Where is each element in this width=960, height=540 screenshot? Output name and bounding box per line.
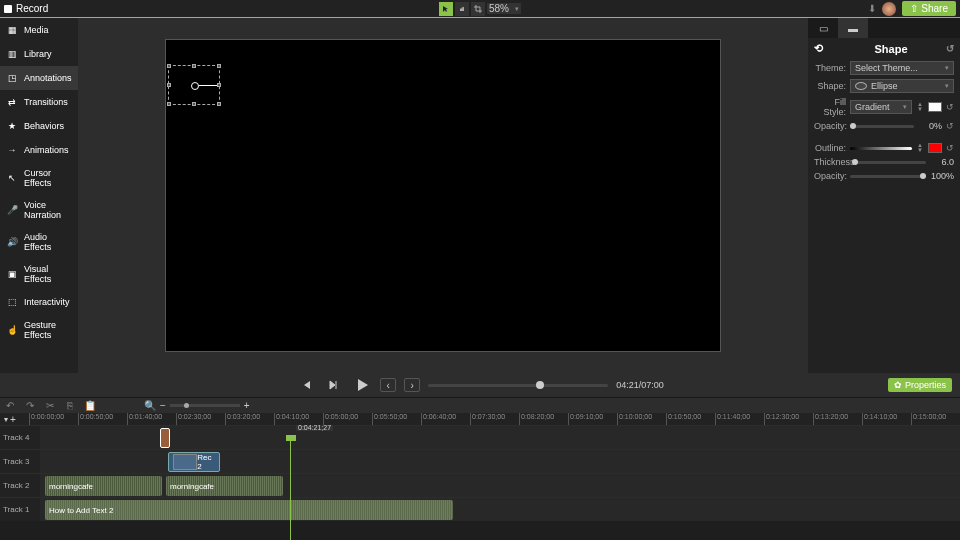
clip-shape[interactable] bbox=[160, 428, 170, 448]
record-button[interactable]: Record bbox=[4, 3, 48, 14]
sidebar-item-media[interactable]: ▦Media bbox=[0, 18, 78, 42]
resize-handle[interactable] bbox=[217, 64, 221, 68]
ruler-tick: 0:05:00;00 bbox=[323, 413, 372, 425]
fill-stepper[interactable]: ▲▼ bbox=[916, 102, 924, 112]
minus-icon[interactable]: − bbox=[160, 400, 166, 411]
sidebar-item-animations[interactable]: →Animations bbox=[0, 138, 78, 162]
cut-button[interactable]: ✂ bbox=[44, 400, 56, 412]
scrub-thumb[interactable] bbox=[536, 381, 544, 389]
ruler-tick: 0:13:20;00 bbox=[813, 413, 862, 425]
share-icon: ⇧ bbox=[910, 3, 918, 14]
redo-button[interactable]: ↷ bbox=[24, 400, 36, 412]
resize-handle[interactable] bbox=[167, 64, 171, 68]
outline-opacity-slider[interactable] bbox=[850, 175, 926, 178]
resize-handle[interactable] bbox=[167, 102, 171, 106]
thickness-slider[interactable] bbox=[850, 161, 926, 164]
crop-tool[interactable] bbox=[471, 2, 485, 16]
gesture-icon: ☝ bbox=[6, 324, 18, 336]
reset-fill[interactable]: ↺ bbox=[946, 102, 954, 112]
reset-icon[interactable]: ↺ bbox=[946, 43, 954, 54]
track-label[interactable]: Track 4 bbox=[0, 426, 40, 449]
shape-selection[interactable] bbox=[168, 65, 220, 105]
fill-select[interactable]: Gradient bbox=[850, 100, 912, 114]
link-icon[interactable]: ⟲ bbox=[814, 42, 828, 55]
library-icon: ▥ bbox=[6, 48, 18, 60]
properties-button[interactable]: ✿Properties bbox=[888, 378, 952, 392]
fill-label: Fill Style: bbox=[814, 97, 846, 117]
add-track-button[interactable]: + bbox=[10, 414, 16, 425]
sidebar-item-gesture-effects[interactable]: ☝Gesture Effects bbox=[0, 314, 78, 346]
sidebar-item-visual-effects[interactable]: ▣Visual Effects bbox=[0, 258, 78, 290]
reset-opacity[interactable]: ↺ bbox=[946, 121, 954, 131]
scrubber[interactable] bbox=[428, 384, 608, 387]
sidebar-item-audio-effects[interactable]: 🔊Audio Effects bbox=[0, 226, 78, 258]
sidebar-item-interactivity[interactable]: ⬚Interactivity bbox=[0, 290, 78, 314]
sidebar-item-voice-narration[interactable]: 🎤Voice Narration bbox=[0, 194, 78, 226]
ellipse-shape[interactable] bbox=[191, 82, 199, 90]
fill-color-swatch[interactable] bbox=[928, 102, 942, 112]
timeline-ruler[interactable]: 0:00:00;000:00:50;000:01:40;000:02:30;00… bbox=[29, 413, 960, 425]
step-forward-button[interactable]: › bbox=[404, 378, 420, 392]
thickness-label: Thickness: bbox=[814, 157, 846, 167]
clip-recording[interactable]: Rec 2 bbox=[168, 452, 220, 472]
sidebar-item-annotations[interactable]: ◳Annotations bbox=[0, 66, 78, 90]
sidebar-item-cursor-effects[interactable]: ↖Cursor Effects bbox=[0, 162, 78, 194]
step-back-button[interactable]: ‹ bbox=[380, 378, 396, 392]
playhead-marker[interactable] bbox=[286, 435, 296, 441]
resize-handle[interactable] bbox=[192, 102, 196, 106]
plus-icon[interactable]: + bbox=[244, 400, 250, 411]
clip-audio[interactable]: morningcafe bbox=[45, 476, 162, 496]
reset-outline[interactable]: ↺ bbox=[946, 143, 954, 153]
share-button[interactable]: ⇧ Share bbox=[902, 1, 956, 16]
ruler-tick: 0:12:30;00 bbox=[764, 413, 813, 425]
sidebar: ▦Media ▥Library ◳Annotations ⇄Transition… bbox=[0, 18, 78, 373]
paste-button[interactable]: 📋 bbox=[84, 400, 96, 412]
track-content[interactable] bbox=[40, 426, 960, 449]
download-icon[interactable]: ⬇ bbox=[868, 3, 876, 14]
tab-video-props[interactable]: ▭ bbox=[808, 18, 838, 38]
playhead-line[interactable] bbox=[290, 435, 291, 540]
copy-button[interactable]: ⎘ bbox=[64, 400, 76, 412]
outline-stepper[interactable]: ▲▼ bbox=[916, 143, 924, 153]
resize-handle[interactable] bbox=[217, 102, 221, 106]
outline-slider[interactable] bbox=[850, 147, 912, 150]
zoom-out-button[interactable]: 🔍 bbox=[144, 400, 156, 412]
hand-tool[interactable] bbox=[455, 2, 469, 16]
avatar[interactable] bbox=[882, 2, 896, 16]
resize-handle[interactable] bbox=[217, 83, 221, 87]
prev-frame-button[interactable] bbox=[296, 375, 316, 395]
timeline-zoom-slider[interactable] bbox=[170, 404, 240, 407]
resize-handle[interactable] bbox=[192, 64, 196, 68]
clip-audio[interactable]: morningcafe bbox=[166, 476, 283, 496]
resize-handle[interactable] bbox=[167, 83, 171, 87]
canvas[interactable] bbox=[165, 39, 721, 352]
callout-line[interactable] bbox=[199, 85, 217, 86]
sidebar-item-library[interactable]: ▥Library bbox=[0, 42, 78, 66]
track-content[interactable]: Rec 2 bbox=[40, 450, 960, 473]
sidebar-item-behaviors[interactable]: ★Behaviors bbox=[0, 114, 78, 138]
collapse-icon[interactable]: ▾ bbox=[4, 415, 8, 424]
track-content[interactable]: morningcafe morningcafe bbox=[40, 474, 960, 497]
topbar: Record 58% ⬇ ⇧ Share bbox=[0, 0, 960, 18]
ruler-tick: 0:00:50;00 bbox=[78, 413, 127, 425]
clip-main[interactable]: How to Add Text 2 bbox=[45, 500, 453, 520]
track-content[interactable]: How to Add Text 2 bbox=[40, 498, 960, 521]
next-clip-button[interactable] bbox=[324, 375, 344, 395]
track-label[interactable]: Track 1 bbox=[0, 498, 40, 521]
theme-select[interactable]: Select Theme... bbox=[850, 61, 954, 75]
track-label[interactable]: Track 2 bbox=[0, 474, 40, 497]
play-button[interactable] bbox=[352, 375, 372, 395]
track-label[interactable]: Track 3 bbox=[0, 450, 40, 473]
gear-icon: ✿ bbox=[894, 380, 902, 390]
ellipse-icon bbox=[855, 82, 867, 90]
sidebar-item-transitions[interactable]: ⇄Transitions bbox=[0, 90, 78, 114]
outline-color-swatch[interactable] bbox=[928, 143, 942, 153]
tab-shape-props[interactable]: ▬ bbox=[838, 18, 868, 38]
shape-select[interactable]: Ellipse bbox=[850, 79, 954, 93]
pointer-tool[interactable] bbox=[439, 2, 453, 16]
opacity-label: Opacity: bbox=[814, 121, 846, 131]
fill-opacity-slider[interactable] bbox=[850, 125, 914, 128]
undo-button[interactable]: ↶ bbox=[4, 400, 16, 412]
ruler-tick: 0:11:40;00 bbox=[715, 413, 764, 425]
zoom-select[interactable]: 58% bbox=[487, 3, 521, 14]
